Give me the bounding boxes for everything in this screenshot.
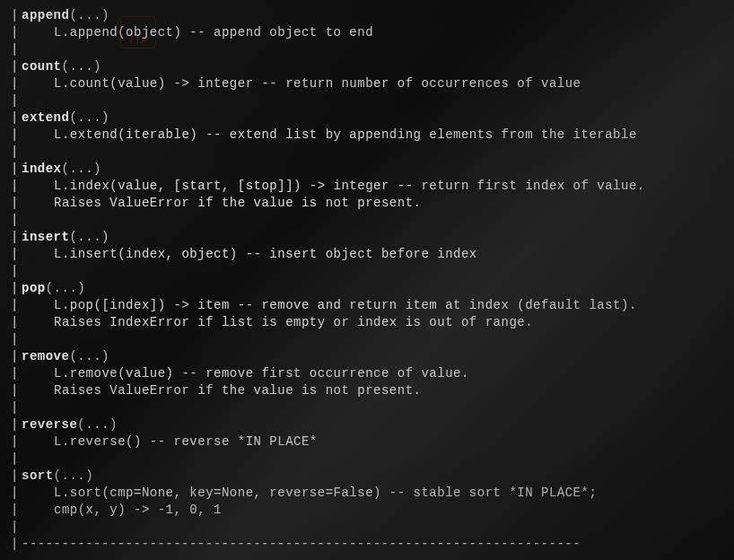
border-pipe-char: | [11, 161, 12, 178]
border-pipe-char: | [11, 41, 12, 58]
border-pipe-char: | [11, 314, 12, 331]
method-name: pop [22, 281, 46, 295]
border-pipe-char: | [11, 263, 12, 280]
method-args: (...) [62, 59, 102, 74]
method-args: (...) [54, 468, 94, 483]
method-args: (...) [69, 8, 109, 22]
method-body-line: L.count(value) -> integer -- return numb… [22, 75, 734, 92]
method-name: append [22, 8, 69, 22]
method-block-reverse: reverse(...) L.reverse() -- reverse *IN … [4, 416, 734, 451]
method-header: index(...) [22, 161, 734, 178]
method-header: sort(...) [22, 468, 734, 485]
method-name: extend [22, 110, 69, 125]
border-pipe-char: | [11, 144, 12, 161]
method-args: (...) [69, 110, 109, 125]
border-pipe-char: | [11, 365, 12, 382]
border-pipe-char: | [11, 229, 12, 246]
border-pipe-char: | [11, 246, 12, 263]
border-pipe-char: | [11, 92, 12, 109]
border-pipe-char: | [11, 178, 12, 195]
border-pipe-char: | [11, 109, 12, 127]
border-pipe-char: | [11, 280, 12, 297]
border-pipe-char: | [11, 399, 12, 416]
method-header: insert(...) [22, 229, 734, 246]
border-pipe-char: | [11, 212, 12, 229]
method-header: append(...) [22, 7, 734, 24]
border-pipe-char: | [11, 7, 12, 24]
border-pipe-char: | [11, 485, 12, 502]
border-pipe-char: | [11, 297, 12, 314]
method-name: index [22, 162, 62, 176]
method-name: insert [22, 230, 69, 244]
method-args: (...) [46, 281, 86, 295]
method-block-sort: sort(...) L.sort(cmp=None, key=None, rev… [4, 468, 734, 519]
method-body-line: cmp(x, y) -> -1, 0, 1 [22, 502, 734, 519]
method-header: reverse(...) [22, 416, 734, 433]
method-body-line: L.pop([index]) -> item -- remove and ret… [22, 297, 734, 314]
border-pipe-char: | [11, 24, 12, 41]
border-pipe-char: | [11, 195, 12, 212]
method-body-line: L.remove(value) -- remove first occurren… [22, 365, 734, 382]
border-pipe-char: | [11, 382, 12, 399]
method-header: extend(...) [22, 109, 734, 127]
method-block-remove: remove(...) L.remove(value) -- remove fi… [4, 348, 734, 399]
method-args: (...) [69, 349, 109, 363]
border-pipe-char: | [11, 468, 12, 485]
border-pipe-char: | [11, 451, 12, 468]
method-name: reverse [22, 417, 77, 432]
method-name: count [22, 59, 62, 74]
method-block-index: index(...) L.index(value, [start, [stop]… [4, 161, 734, 212]
method-block-pop: pop(...) L.pop([index]) -> item -- remov… [4, 280, 734, 331]
method-body-line: Raises IndexError if list is empty or in… [22, 314, 734, 331]
section-divider: ----------------------------------------… [4, 536, 734, 553]
border-pipe-char: | [11, 348, 12, 365]
border-pipe-char: | [11, 416, 12, 433]
border-pipe-char: | [11, 58, 12, 75]
method-block-append: append(...) L.append(object) -- append o… [4, 7, 734, 41]
border-pipe-char: | [11, 75, 12, 92]
method-block-extend: extend(...) L.extend(iterable) -- extend… [4, 109, 734, 144]
method-header: count(...) [22, 58, 734, 75]
method-body-line: L.sort(cmp=None, key=None, reverse=False… [22, 485, 734, 502]
method-body-line: Raises ValueError if the value is not pr… [22, 382, 734, 399]
left-border-column: |||||||||||||||||||||||||||||||| [11, 7, 12, 553]
border-pipe-char: | [11, 519, 12, 536]
method-body-line: Raises ValueError if the value is not pr… [22, 195, 734, 212]
border-pipe-char: | [11, 433, 12, 451]
help-doc-container: TTF append(...) L.append(object) -- appe… [4, 7, 734, 553]
method-name: sort [22, 468, 54, 483]
border-pipe-char: | [11, 536, 12, 553]
border-pipe-char: | [11, 502, 12, 519]
method-block-insert: insert(...) L.insert(index, object) -- i… [4, 229, 734, 263]
border-pipe-char: | [11, 127, 12, 144]
method-name: remove [22, 349, 69, 363]
method-body-line: L.extend(iterable) -- extend list by app… [22, 127, 734, 144]
method-body-line: L.reverse() -- reverse *IN PLACE* [22, 433, 734, 451]
method-body-line: L.index(value, [start, [stop]]) -> integ… [22, 178, 734, 195]
method-args: (...) [69, 230, 109, 244]
method-header: pop(...) [22, 280, 734, 297]
method-args: (...) [62, 162, 102, 176]
method-body-line: L.insert(index, object) -- insert object… [22, 246, 734, 263]
method-block-count: count(...) L.count(value) -> integer -- … [4, 58, 734, 92]
method-args: (...) [77, 417, 118, 432]
method-body-line: L.append(object) -- append object to end [22, 24, 734, 41]
border-pipe-char: | [11, 331, 12, 348]
method-header: remove(...) [22, 348, 734, 365]
